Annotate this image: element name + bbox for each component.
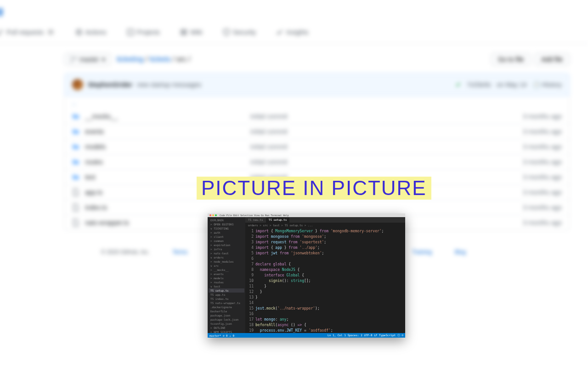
code-line[interactable]: }: [255, 295, 405, 300]
pip-tab-active[interactable]: TS setup.ts: [266, 217, 290, 223]
pip-window[interactable]: Code File Edit Selection View Go Run Ter…: [208, 213, 405, 338]
add-file-button[interactable]: Add file: [534, 53, 570, 66]
explorer-item[interactable]: > models: [209, 276, 244, 280]
tab-projects[interactable]: Projects: [121, 25, 166, 40]
tab-actions[interactable]: Actions: [70, 25, 112, 40]
file-row[interactable]: routesinitial commit3 months ago: [65, 155, 569, 170]
explorer-item[interactable]: > OPEN EDITORS: [209, 222, 244, 226]
avatar[interactable]: [72, 79, 83, 90]
file-row[interactable]: modelsinitial commit3 months ago: [65, 139, 569, 155]
code-line[interactable]: beforeAll(async () => {: [255, 322, 405, 328]
explorer-item[interactable]: > node_modules: [209, 259, 244, 264]
explorer-item[interactable]: tsconfig.json: [209, 322, 244, 326]
parent-dir-link[interactable]: ..: [65, 96, 569, 109]
tab-pull-requests[interactable]: Pull requests 8: [0, 25, 61, 40]
explorer-item[interactable]: > common: [209, 239, 244, 243]
pip-code-lines[interactable]: import { MongoMemoryServer } from 'mongo…: [255, 228, 405, 333]
code-line[interactable]: }: [255, 289, 405, 295]
file-row[interactable]: __mocks__initial commit3 months ago: [65, 109, 569, 124]
code-line[interactable]: import { MongoMemoryServer } from 'mongo…: [255, 229, 405, 234]
file-time: 3 months ago: [523, 113, 562, 120]
code-line[interactable]: declare global {: [255, 262, 405, 267]
explorer-item[interactable]: .dockerignore: [209, 305, 244, 309]
code-line[interactable]: [255, 256, 405, 262]
tab-wiki[interactable]: Wiki: [175, 25, 208, 40]
code-line[interactable]: process.env.JWT_KEY = 'asdfasdf';: [255, 328, 405, 333]
file-name[interactable]: events: [85, 128, 250, 135]
tab-label: Wiki: [190, 29, 202, 36]
footer-link[interactable]: Training: [412, 249, 432, 255]
file-commit-msg[interactable]: initial commit: [250, 113, 523, 120]
pip-menubar[interactable]: Code File Edit Selection View Go Run Ter…: [220, 214, 289, 217]
explorer-item[interactable]: > events: [209, 272, 244, 276]
pip-status-left[interactable]: master* ⊘ 0 ⚠ 0: [209, 334, 234, 337]
code-line[interactable]: interface Global {: [255, 273, 405, 278]
pr-count-badge: 8: [46, 29, 55, 35]
pip-breadcrumb[interactable]: orders > src > test > TS setup.ts > ...: [245, 223, 405, 228]
explorer-item[interactable]: package-lock.json: [209, 317, 244, 322]
history-icon[interactable]: 🕑 History: [532, 81, 562, 88]
explorer-item[interactable]: v TICKETING: [209, 226, 244, 230]
code-line[interactable]: [255, 300, 405, 306]
code-line[interactable]: signin(): string[];: [255, 278, 405, 284]
code-line[interactable]: import request from 'supertest';: [255, 240, 405, 245]
maximize-icon[interactable]: [215, 214, 217, 216]
branch-selector[interactable]: master ▾: [64, 53, 111, 66]
explorer-item[interactable]: package.json: [209, 313, 244, 317]
explorer-item[interactable]: > nats-test: [209, 251, 244, 255]
check-icon[interactable]: ✔: [456, 81, 461, 88]
explorer-item[interactable]: Dockerfile: [209, 309, 244, 313]
explorer-item[interactable]: TS nats-wrapper.ts: [209, 301, 244, 305]
explorer-item[interactable]: TS index.ts: [209, 297, 244, 301]
explorer-item[interactable]: > expiration: [209, 243, 244, 247]
pip-file-explorer[interactable]: EXPLORER> OPEN EDITORSv TICKETING > auth…: [208, 217, 245, 333]
folder-icon: [72, 173, 79, 181]
close-icon[interactable]: [209, 214, 211, 216]
code-line[interactable]: import mongoose from 'mongoose';: [255, 234, 405, 240]
file-name[interactable]: index.ts: [85, 204, 250, 211]
file-commit-msg[interactable]: initial commit: [250, 158, 523, 166]
pip-titlebar[interactable]: Code File Edit Selection View Go Run Ter…: [208, 213, 405, 217]
explorer-item[interactable]: > NPM SCRIPTS: [209, 330, 244, 333]
footer-link[interactable]: Blog: [455, 249, 466, 255]
explorer-item[interactable]: TS setup.ts: [209, 288, 244, 293]
commit-author[interactable]: StephenGrider: [88, 81, 132, 88]
pip-code-editor[interactable]: 12345678910111213141516171819 import { M…: [245, 228, 405, 333]
file-commit-msg[interactable]: initial commit: [250, 128, 523, 135]
file-commit-msg[interactable]: initial commit: [250, 143, 523, 150]
code-line[interactable]: import jwt from 'jsonwebtoken';: [255, 251, 405, 256]
file-name[interactable]: __mocks__: [85, 113, 250, 120]
explorer-item[interactable]: > OUTLINE: [209, 326, 244, 330]
code-line[interactable]: namespace NodeJS {: [255, 267, 405, 273]
file-row[interactable]: eventsinitial commit3 months ago: [65, 124, 569, 139]
code-line[interactable]: import { app } from '../app';: [255, 245, 405, 251]
go-to-file-button[interactable]: Go to file: [491, 53, 531, 66]
code-line[interactable]: let mongo: any;: [255, 317, 405, 322]
explorer-item[interactable]: > client: [209, 235, 244, 239]
breadcrumb-link[interactable]: tickets: [150, 55, 170, 63]
code-line[interactable]: [255, 311, 405, 317]
explorer-item[interactable]: > auth: [209, 230, 244, 235]
file-name[interactable]: models: [85, 143, 250, 150]
explorer-item[interactable]: > __mocks__: [209, 268, 244, 272]
pip-status-right[interactable]: Ln 1, Col 1 Spaces: 2 UTF-8 LF TypeScrip…: [328, 334, 403, 338]
explorer-item[interactable]: v src: [209, 264, 244, 268]
code-line[interactable]: }: [255, 284, 405, 289]
commit-hash[interactable]: 7c03e9c: [467, 81, 491, 88]
explorer-item[interactable]: v orders: [209, 255, 244, 259]
explorer-item[interactable]: v test: [209, 284, 244, 288]
file-name[interactable]: routes: [85, 158, 250, 166]
pip-tab[interactable]: TS new.ts: [245, 217, 266, 223]
breadcrumb-link[interactable]: ticketing: [117, 55, 144, 63]
explorer-item[interactable]: EXPLORER: [209, 218, 244, 222]
code-line[interactable]: jest.mock('../nats-wrapper');: [255, 306, 405, 311]
pip-status-bar[interactable]: master* ⊘ 0 ⚠ 0 Ln 1, Col 1 Spaces: 2 UT…: [208, 333, 405, 338]
explorer-item[interactable]: > infra: [209, 247, 244, 251]
tab-security[interactable]: Security: [217, 25, 262, 40]
commit-message[interactable]: new startup messages: [137, 81, 201, 88]
explorer-item[interactable]: > routes: [209, 280, 244, 284]
explorer-item[interactable]: TS app.ts: [209, 293, 244, 297]
minimize-icon[interactable]: [212, 214, 214, 216]
tab-insights[interactable]: Insights: [271, 25, 314, 40]
footer-link[interactable]: Terms: [173, 249, 188, 255]
